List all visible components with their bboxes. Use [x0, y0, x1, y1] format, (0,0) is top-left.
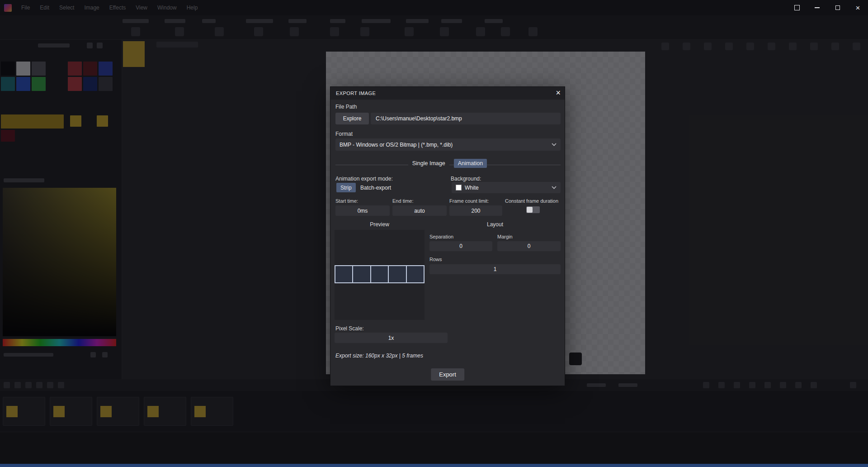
frame-count-limit-label: Frame count limit: — [449, 198, 489, 204]
layout-heading: Layout — [429, 221, 561, 228]
maximize-button[interactable] — [827, 0, 848, 15]
file-path-input[interactable] — [371, 113, 561, 124]
background-dropdown[interactable]: White — [452, 182, 561, 193]
fullscreen-button[interactable] — [787, 0, 807, 15]
export-button[interactable]: Export — [431, 368, 464, 381]
dialog-titlebar[interactable]: EXPORT IMAGE × — [330, 87, 565, 100]
fullscreen-icon — [794, 5, 800, 10]
rows-label: Rows — [429, 257, 442, 262]
minimize-button[interactable] — [807, 0, 827, 15]
end-time-label: End time: — [392, 198, 413, 204]
preview-heading: Preview — [335, 221, 425, 228]
preview-frame-cell — [335, 265, 353, 283]
format-label: Format — [335, 131, 353, 137]
margin-label: Margin — [497, 234, 513, 239]
preview-strip — [335, 265, 425, 283]
background-label: Background: — [451, 176, 481, 182]
dialog-title: EXPORT IMAGE — [336, 91, 376, 96]
file-path-label: File Path — [335, 104, 357, 110]
window-controls: × — [787, 0, 868, 15]
preview-frame-cell — [388, 265, 406, 283]
end-time-input[interactable] — [392, 205, 447, 216]
preview-frame-cell — [406, 265, 425, 283]
format-value: BMP - Windows or OS/2 Bitmap | (*.bmp, *… — [340, 142, 453, 148]
preview-frame-cell — [370, 265, 389, 283]
background-color-swatch — [456, 185, 462, 191]
pixel-scale-label: Pixel Scale: — [335, 325, 364, 332]
constant-frame-duration-label: Constant frame duration — [505, 198, 558, 204]
explore-button[interactable]: Explore — [335, 113, 369, 124]
dialog-close-icon[interactable]: × — [556, 88, 561, 98]
maximize-icon — [835, 5, 840, 10]
batch-export-mode-button[interactable]: Batch-export — [356, 183, 395, 192]
export-preview-box — [335, 230, 425, 320]
rows-input[interactable] — [429, 264, 561, 274]
animation-export-mode-label: Animation export mode: — [335, 176, 393, 182]
export-size-text: Export size: 160px x 32px | 5 frames — [335, 353, 423, 359]
start-time-input[interactable] — [335, 205, 390, 216]
pixel-scale-input[interactable] — [335, 333, 448, 343]
window-close-button[interactable]: × — [848, 0, 868, 15]
strip-mode-button[interactable]: Strip — [336, 183, 356, 192]
start-time-label: Start time: — [335, 198, 358, 204]
separation-input[interactable] — [429, 241, 492, 251]
export-tabs: Single Image Animation — [330, 159, 565, 168]
minimize-icon — [815, 7, 820, 8]
pixelorama-window: FileEditSelectImageEffectsViewWindowHelp… — [0, 0, 868, 467]
chevron-down-icon — [552, 186, 557, 189]
close-icon: × — [856, 4, 860, 12]
separation-label: Separation — [429, 234, 453, 239]
tab-single-image[interactable]: Single Image — [408, 159, 449, 168]
export-image-dialog: EXPORT IMAGE × File Path Explore Format … — [330, 86, 565, 386]
constant-frame-duration-toggle[interactable] — [526, 206, 540, 213]
frame-count-limit-input[interactable] — [449, 205, 502, 216]
margin-input[interactable] — [497, 241, 561, 251]
background-value: White — [465, 185, 479, 191]
preview-frame-cell — [352, 265, 371, 283]
tab-animation[interactable]: Animation — [454, 159, 487, 168]
chevron-down-icon — [552, 143, 557, 146]
format-dropdown[interactable]: BMP - Windows or OS/2 Bitmap | (*.bmp, *… — [335, 138, 561, 151]
